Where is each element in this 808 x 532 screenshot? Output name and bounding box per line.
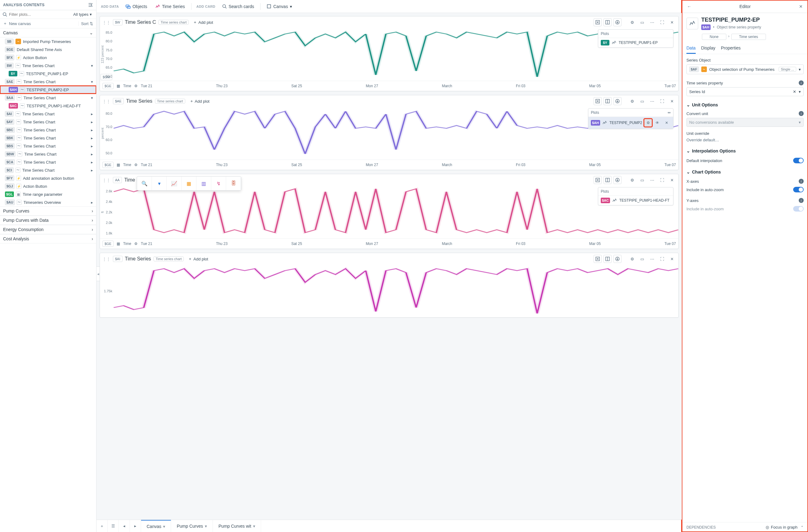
focus-in-graph-button[interactable]: ◎ Focus in graph bbox=[766, 525, 797, 530]
present-icon[interactable]: ▭ bbox=[638, 176, 646, 184]
drag-handle-icon[interactable]: ⋮⋮ bbox=[103, 99, 110, 104]
tree-item[interactable]: $AE 〜 Time Series Chart ▾ bbox=[0, 78, 96, 86]
drag-handle-icon[interactable]: ⋮⋮ bbox=[103, 257, 110, 261]
types-dropdown[interactable]: All types ▾ bbox=[71, 12, 94, 17]
fit-icon[interactable] bbox=[594, 97, 602, 105]
tree-item[interactable]: $AY 〜 Time Series Chart ▸ bbox=[0, 118, 96, 126]
calendar-icon[interactable]: ▦ bbox=[117, 163, 120, 167]
search-cards-button[interactable]: Search cards bbox=[219, 2, 257, 11]
collapse-sidebar-icon[interactable] bbox=[88, 2, 93, 7]
tree-item[interactable]: $BC 〜 Time Series Chart ▸ bbox=[0, 126, 96, 134]
tab-properties[interactable]: Properties bbox=[721, 43, 740, 54]
gear-icon[interactable]: ⚙ bbox=[628, 97, 636, 105]
expand-icon[interactable]: ⛶ bbox=[658, 18, 666, 26]
back-icon[interactable]: ← bbox=[685, 2, 693, 11]
more-icon[interactable]: ⋯ bbox=[648, 176, 656, 184]
expand-icon[interactable]: ⛶ bbox=[658, 97, 666, 105]
download-icon[interactable] bbox=[613, 18, 622, 26]
more-icon[interactable]: ⋯ bbox=[648, 18, 656, 26]
more-icon[interactable]: ⋯ bbox=[648, 97, 656, 105]
gear-icon[interactable]: ⚙ bbox=[628, 18, 636, 26]
bottom-section[interactable]: Pump Curves with Data› bbox=[0, 216, 96, 225]
bottom-tab[interactable]: Canvas▾ bbox=[141, 520, 171, 532]
add-plot-button[interactable]: ＋Add plot bbox=[188, 98, 212, 104]
section-unit-options[interactable]: ⌄ Unit Options bbox=[686, 103, 804, 107]
resize-icon[interactable]: ⇔ bbox=[667, 110, 671, 115]
download-icon[interactable] bbox=[613, 255, 622, 263]
plot-gear-icon[interactable]: ⚙ bbox=[644, 119, 652, 127]
series-object-box[interactable]: $AF ~ Object selection of Pump Timeserie… bbox=[686, 64, 804, 74]
remove-icon[interactable]: ✕ bbox=[663, 119, 671, 127]
tab-list-button[interactable]: ☰ bbox=[108, 520, 119, 532]
tree-item[interactable]: $FX ⚡ Action Button bbox=[0, 54, 96, 61]
bottom-section[interactable]: Cost Analysis› bbox=[0, 234, 96, 243]
tsp-box[interactable]: Series Id ✕ ▾ bbox=[686, 87, 804, 96]
tree-item[interactable]: $BW 〜 Time Series Chart ▸ bbox=[0, 150, 96, 158]
table-icon[interactable]: ▥ bbox=[197, 177, 211, 190]
tab-next-button[interactable]: ▸ bbox=[130, 520, 141, 532]
tab-data[interactable]: Data bbox=[686, 43, 696, 54]
toggle-default-interpolation[interactable] bbox=[793, 158, 804, 163]
tree-item[interactable]: $FY ⚡ Add annotation action button bbox=[0, 174, 96, 182]
fit-icon[interactable] bbox=[594, 176, 602, 184]
section-canvas[interactable]: Canvas ⌄ bbox=[0, 29, 96, 37]
fit-icon[interactable] bbox=[594, 255, 602, 263]
tree-item[interactable]: $GE Default Shared Time Axis bbox=[0, 45, 96, 54]
calendar-icon[interactable]: ▦ bbox=[117, 242, 120, 246]
tab-display[interactable]: Display bbox=[701, 43, 716, 54]
add-plot-button[interactable]: ＋Add plot bbox=[191, 19, 215, 25]
canvas-dropdown[interactable]: Canvas ▾ bbox=[263, 2, 295, 11]
tree-item[interactable]: $Y 〜 TESTPIPE_PUMP1-EP bbox=[0, 70, 96, 78]
bottom-section[interactable]: Energy Consumption› bbox=[0, 225, 96, 234]
tree-item[interactable]: $W 〜 Time Series Chart ▾ bbox=[0, 61, 96, 70]
present-icon[interactable]: ▭ bbox=[638, 97, 646, 105]
fit-icon[interactable] bbox=[594, 18, 602, 26]
close-icon[interactable]: ✕ bbox=[668, 97, 676, 105]
calc-icon[interactable]: ▦ bbox=[182, 177, 197, 190]
panel-icon[interactable] bbox=[604, 18, 611, 26]
tree-item[interactable]: $AH 〜 TESTPIPE_PUMP2-EP bbox=[0, 86, 96, 94]
filter-plots-input[interactable] bbox=[9, 12, 70, 17]
tree-item[interactable]: $BK 〜 Time Series Chart ▸ bbox=[0, 134, 96, 142]
tree-item[interactable]: $CI 〜 Time Series Chart ▸ bbox=[0, 166, 96, 174]
info-icon[interactable]: i bbox=[799, 111, 804, 116]
tree-item[interactable]: $GJ ⚡ Action Button bbox=[0, 182, 96, 190]
new-canvas-button[interactable]: ＋ New canvas bbox=[3, 21, 31, 26]
info-icon[interactable]: i bbox=[799, 179, 804, 184]
toggle-autozoom-x[interactable] bbox=[793, 187, 804, 192]
download-icon[interactable] bbox=[613, 176, 622, 184]
dependencies-label[interactable]: DEPENDENCIES bbox=[686, 525, 716, 530]
tree-item[interactable]: $GL ▦ Time range parameter bbox=[0, 190, 96, 198]
section-interpolation[interactable]: ⌄ Interpolation Options bbox=[686, 148, 804, 153]
expand-icon[interactable]: ⛶ bbox=[658, 176, 666, 184]
info-icon[interactable]: i bbox=[799, 198, 804, 203]
crumb-none[interactable]: None bbox=[702, 34, 726, 40]
close-icon[interactable]: ✕ bbox=[668, 18, 676, 26]
crumb-timeseries[interactable]: Time series bbox=[731, 34, 766, 40]
eye-icon[interactable]: 👁 bbox=[653, 119, 661, 127]
panel-icon[interactable] bbox=[604, 255, 611, 263]
drag-handle-icon[interactable]: ⋮⋮ bbox=[103, 20, 110, 25]
gear-icon[interactable]: ⚙ bbox=[134, 163, 137, 167]
add-tab-button[interactable]: ＋ bbox=[96, 520, 108, 532]
bottom-section[interactable]: Pump Curves› bbox=[0, 206, 96, 216]
gear-icon[interactable]: ⚙ bbox=[628, 176, 636, 184]
tree-item[interactable]: $AU 〜 Timeseries Overview ▸ bbox=[0, 198, 96, 206]
bottom-tab[interactable]: Pump Curves wit▾ bbox=[213, 520, 261, 532]
tree-item[interactable]: $BS 〜 Time Series Chart ▸ bbox=[0, 142, 96, 150]
tree-item[interactable]: $CA 〜 Time Series Chart ▸ bbox=[0, 158, 96, 166]
info-icon[interactable]: i bbox=[799, 80, 804, 85]
section-chart-options[interactable]: ⌄ Chart Options bbox=[686, 169, 804, 175]
tree-item[interactable]: $AI 〜 Time Series Chart ▸ bbox=[0, 110, 96, 118]
gear-icon[interactable]: ⚙ bbox=[628, 255, 636, 263]
panel-icon[interactable] bbox=[604, 97, 611, 105]
drag-handle-icon[interactable]: ⋮⋮ bbox=[103, 178, 110, 183]
bottom-tab[interactable]: Pump Curves▾ bbox=[171, 520, 213, 532]
tree-item[interactable]: $AC 〜 TESTPIPE_PUMP1-HEAD-FT bbox=[0, 102, 96, 110]
gear-icon[interactable]: ⚙ bbox=[134, 84, 137, 88]
calendar-icon[interactable]: ▦ bbox=[117, 84, 120, 88]
filter-icon[interactable]: ▾ bbox=[152, 177, 167, 190]
more-icon[interactable]: ⋯ bbox=[648, 255, 656, 263]
clear-icon[interactable]: ✕ bbox=[793, 89, 796, 94]
expand-icon[interactable]: ⛶ bbox=[658, 255, 666, 263]
